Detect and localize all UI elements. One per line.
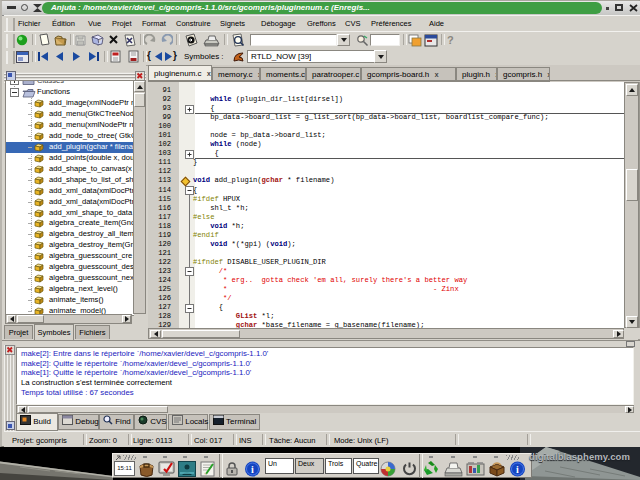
svg-text:i: i	[516, 464, 519, 475]
svg-text:i: i	[251, 464, 254, 475]
